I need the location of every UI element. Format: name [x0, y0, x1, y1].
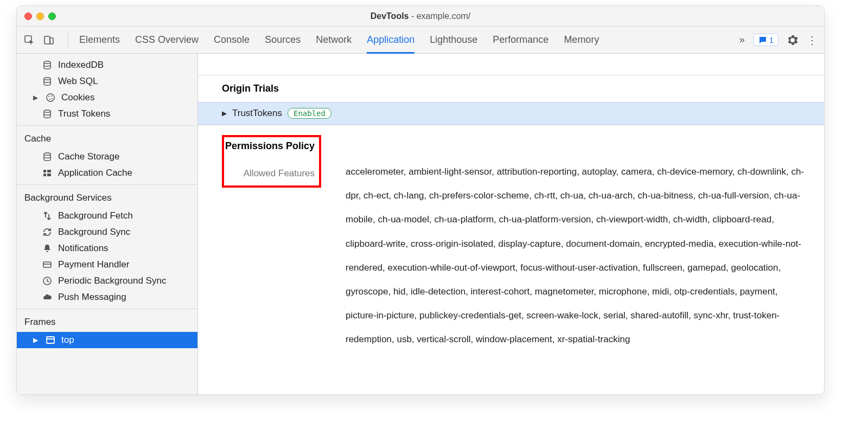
clock-icon [42, 276, 53, 286]
svg-point-6 [48, 96, 49, 97]
main-panel: Origin Trials ▶ TrustTokens Enabled Perm… [198, 54, 824, 394]
svg-rect-2 [50, 38, 53, 44]
sidebar-item-websql[interactable]: Web SQL [17, 73, 197, 89]
sidebar-header-background-services: Background Services [17, 188, 197, 208]
database-icon [42, 108, 53, 119]
minimize-window-button[interactable] [36, 12, 44, 20]
allowed-features-list: accelerometer, ambient-light-sensor, att… [346, 160, 809, 352]
sidebar-item-push-messaging[interactable]: Push Messaging [17, 289, 197, 305]
enabled-badge: Enabled [288, 108, 331, 119]
sidebar-item-cookies[interactable]: ▶ Cookies [17, 89, 197, 106]
zoom-window-button[interactable] [48, 12, 56, 20]
more-options-icon[interactable]: ⋮ [807, 34, 818, 47]
transfer-icon [42, 210, 53, 221]
sync-icon [42, 227, 53, 238]
sidebar-item-indexeddb[interactable]: IndexedDB [17, 57, 197, 73]
device-toggle-icon[interactable] [43, 34, 55, 46]
sidebar-item-notifications[interactable]: Notifications [17, 240, 197, 257]
expand-caret-icon[interactable]: ▶ [33, 336, 40, 344]
tab-sources[interactable]: Sources [265, 27, 301, 53]
sidebar-item-application-cache[interactable]: Application Cache [17, 165, 197, 181]
sidebar-item-background-fetch[interactable]: Background Fetch [17, 208, 197, 224]
database-icon [42, 60, 53, 71]
highlight-box: Permissions Policy Allowed Features [222, 135, 321, 188]
allowed-features-label: Allowed Features [225, 168, 315, 179]
window-title: DevTools - example.com/ [17, 11, 824, 21]
window-controls [24, 12, 56, 20]
svg-point-10 [44, 110, 50, 113]
more-tabs-icon[interactable]: » [739, 34, 745, 46]
title-app: DevTools [371, 11, 409, 21]
tab-elements[interactable]: Elements [79, 27, 120, 53]
message-icon [758, 36, 767, 44]
tab-console[interactable]: Console [214, 27, 250, 53]
cloud-icon [42, 292, 53, 303]
svg-rect-12 [43, 170, 46, 172]
svg-rect-1 [44, 36, 50, 44]
svg-point-4 [44, 78, 50, 80]
trial-name: TrustTokens [232, 108, 282, 119]
sidebar-item-frame-top[interactable]: ▶ top [17, 332, 197, 348]
application-sidebar: IndexedDB Web SQL ▶ Cookies Trust Tokens [17, 54, 198, 394]
devtools-toolbar: Elements CSS Overview Console Sources Ne… [17, 27, 824, 54]
svg-rect-14 [43, 174, 46, 176]
database-icon [42, 76, 53, 87]
svg-rect-16 [43, 262, 51, 267]
settings-gear-icon[interactable] [787, 35, 798, 46]
grid-icon [42, 168, 53, 178]
close-window-button[interactable] [24, 12, 32, 20]
expand-caret-icon[interactable]: ▶ [222, 110, 227, 117]
origin-trials-section: Origin Trials ▶ TrustTokens Enabled [198, 75, 824, 125]
devtools-window: DevTools - example.com/ Elements CSS Ove… [16, 5, 825, 395]
title-url: example.com/ [417, 11, 471, 21]
origin-trial-row[interactable]: ▶ TrustTokens Enabled [198, 102, 824, 125]
origin-trials-header: Origin Trials [198, 83, 824, 102]
cookie-icon [45, 92, 56, 103]
messages-count: 1 [769, 35, 774, 44]
sidebar-item-payment-handler[interactable]: Payment Handler [17, 257, 197, 273]
titlebar: DevTools - example.com/ [17, 6, 824, 27]
tab-application[interactable]: Application [367, 27, 414, 53]
sidebar-item-background-sync[interactable]: Background Sync [17, 224, 197, 240]
tab-network[interactable]: Network [316, 27, 352, 53]
svg-point-11 [44, 153, 50, 156]
tab-memory[interactable]: Memory [564, 27, 599, 53]
expand-caret-icon[interactable]: ▶ [33, 94, 40, 101]
sidebar-header-frames: Frames [17, 312, 197, 332]
card-icon [42, 259, 53, 270]
bell-icon [42, 243, 53, 254]
window-icon [45, 335, 56, 345]
tab-performance[interactable]: Performance [493, 27, 548, 53]
inspect-element-icon[interactable] [23, 34, 35, 46]
svg-point-3 [44, 61, 50, 64]
permissions-policy-header: Permissions Policy [225, 140, 315, 152]
toolbar-separator [68, 33, 68, 47]
svg-point-8 [49, 99, 50, 100]
sidebar-item-periodic-sync[interactable]: Periodic Background Sync [17, 273, 197, 289]
svg-rect-19 [47, 337, 54, 343]
svg-point-9 [52, 98, 53, 99]
tab-css-overview[interactable]: CSS Overview [135, 27, 199, 53]
panel-tabs: Elements CSS Overview Console Sources Ne… [79, 27, 599, 53]
messages-badge[interactable]: 1 [754, 34, 778, 46]
sidebar-item-cache-storage[interactable]: Cache Storage [17, 149, 197, 165]
sidebar-item-trust-tokens[interactable]: Trust Tokens [17, 106, 197, 122]
svg-rect-13 [47, 170, 51, 172]
svg-point-5 [47, 94, 54, 101]
tab-lighthouse[interactable]: Lighthouse [430, 27, 477, 53]
permissions-policy-section: Permissions Policy Allowed Features acce… [198, 125, 824, 365]
svg-rect-15 [47, 174, 51, 176]
svg-point-7 [51, 95, 52, 97]
database-icon [42, 151, 53, 162]
sidebar-header-cache: Cache [17, 129, 197, 149]
